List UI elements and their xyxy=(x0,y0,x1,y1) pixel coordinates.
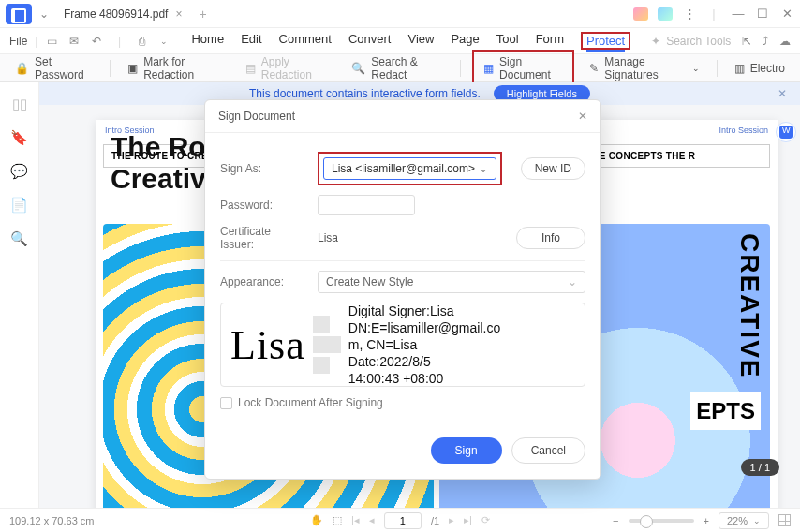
last-page-icon[interactable]: ▸| xyxy=(464,514,472,526)
set-password-button[interactable]: 🔒Set Password xyxy=(9,52,98,85)
password-input[interactable] xyxy=(318,195,415,215)
mail-icon[interactable]: ✉ xyxy=(67,35,81,48)
banner-close-icon[interactable]: ✕ xyxy=(778,87,787,100)
manage-signatures-button[interactable]: ✎Manage Signatures⌄ xyxy=(584,52,704,85)
sign-as-value: Lisa <lisamiller@gmail.com> xyxy=(332,162,475,175)
menu-home[interactable]: Home xyxy=(191,32,224,50)
electronic-label: Electro xyxy=(750,62,785,75)
close-window-button[interactable]: ✕ xyxy=(779,7,794,21)
cert-issuer-value: Lisa xyxy=(318,231,505,244)
signature-icon: ▦ xyxy=(483,62,494,75)
zoom-select[interactable]: 22%⌄ xyxy=(719,512,769,529)
sig-meta-signer: Digital Signer:Lisa xyxy=(348,303,500,319)
select-tool-icon[interactable]: ⬚ xyxy=(333,514,342,526)
info-button[interactable]: Info xyxy=(516,227,585,249)
attachments-icon[interactable]: 📄 xyxy=(10,197,28,214)
dialog-title: Sign Document xyxy=(218,110,295,123)
certificate-icon: ▥ xyxy=(734,62,745,75)
menu-convert[interactable]: Convert xyxy=(348,32,392,50)
document-tab[interactable]: Frame 48096914.pdf × xyxy=(54,4,191,24)
view-mode-icon[interactable] xyxy=(778,514,791,526)
bookmark-icon[interactable]: 🔖 xyxy=(10,129,28,146)
lock-label: Lock Document After Signing xyxy=(238,396,383,409)
save-icon[interactable]: ▭ xyxy=(45,35,58,48)
divider: | xyxy=(706,7,721,21)
theme-icon[interactable] xyxy=(658,7,673,21)
thumbnails-icon[interactable]: ▯▯ xyxy=(12,96,27,112)
close-tab-icon[interactable]: × xyxy=(175,7,182,21)
menu-page[interactable]: Page xyxy=(451,32,479,50)
lock-checkbox[interactable]: Lock Document After Signing xyxy=(220,396,585,409)
sign-as-select[interactable]: Lisa <lisamiller@gmail.com> ⌄ xyxy=(323,157,496,180)
pen-icon: ✎ xyxy=(589,62,599,75)
cert-issuer-label: Certificate Issuer: xyxy=(220,225,306,251)
sig-meta-dn2: m, CN=Lisa xyxy=(348,336,500,353)
chevron-down-icon: ⌄ xyxy=(692,64,700,73)
page-badge: 1 / 1 xyxy=(741,459,779,476)
minimize-button[interactable]: — xyxy=(731,7,746,21)
word-export-badge[interactable] xyxy=(776,122,796,142)
prev-page-icon[interactable]: ◂ xyxy=(369,514,375,526)
divider: | xyxy=(112,35,126,48)
open-external-icon[interactable]: ⇱ xyxy=(742,35,751,48)
highlight-box-signas: Lisa <lisamiller@gmail.com> ⌄ xyxy=(318,152,502,185)
print-caret-icon[interactable]: ⌄ xyxy=(157,37,170,46)
zoom-slider[interactable] xyxy=(629,519,694,523)
menu-edit[interactable]: Edit xyxy=(241,32,261,50)
cancel-button[interactable]: Cancel xyxy=(511,437,585,464)
sign-button[interactable]: Sign xyxy=(431,437,502,464)
accent-icon xyxy=(633,7,648,21)
tab-title: Frame 48096914.pdf xyxy=(64,7,168,21)
undo-icon[interactable]: ↶ xyxy=(90,35,103,48)
dialog-close-icon[interactable]: ✕ xyxy=(578,110,587,123)
share-icon[interactable]: ⤴ xyxy=(763,35,768,48)
highlight-box-protect: Protect xyxy=(581,32,630,50)
menu-view[interactable]: View xyxy=(407,32,434,50)
search-redact-button[interactable]: 🔍Search & Redact xyxy=(346,52,449,85)
first-page-icon[interactable]: |◂ xyxy=(351,514,360,526)
comments-icon[interactable]: 💬 xyxy=(10,163,28,180)
banner-message: This document contains interactive form … xyxy=(249,87,481,100)
menu-protect[interactable]: Protect xyxy=(586,34,625,52)
hand-tool-icon[interactable]: ✋ xyxy=(310,514,323,526)
tab-chevron-icon: ⌄ xyxy=(39,7,49,21)
password-label: Password: xyxy=(220,199,306,212)
divider: | xyxy=(35,35,37,48)
menu-form[interactable]: Form xyxy=(536,32,564,50)
chevron-down-icon: ⌄ xyxy=(753,516,761,525)
separator xyxy=(460,60,461,77)
new-id-button[interactable]: New ID xyxy=(521,157,585,180)
electronic-button[interactable]: ▥Electro xyxy=(729,58,791,79)
next-page-icon[interactable]: ▸ xyxy=(449,514,454,526)
signature-name: Lisa xyxy=(230,321,305,369)
search-redact-label: Search & Redact xyxy=(371,55,443,81)
mark-redaction-button[interactable]: ▣Mark for Redaction xyxy=(122,52,230,85)
zoom-in-icon[interactable]: + xyxy=(704,515,709,526)
tile-caption: EPTS xyxy=(696,398,755,423)
cloud-icon[interactable]: ☁ xyxy=(779,35,791,48)
sig-meta-time: 14:00:43 +08:00 xyxy=(348,370,500,387)
file-menu[interactable]: File xyxy=(9,35,27,48)
highlight-box-sign: ▦Sign Document xyxy=(472,50,574,87)
apply-redact-icon: ▤ xyxy=(245,62,256,75)
new-tab-button[interactable]: + xyxy=(199,7,206,22)
menu-tool[interactable]: Tool xyxy=(496,32,519,50)
cursor-coords: 109.12 x 70.63 cm xyxy=(9,515,95,526)
search-tools[interactable]: ✦ Search Tools xyxy=(651,35,731,48)
checkbox-icon xyxy=(220,397,232,409)
menu-comment[interactable]: Comment xyxy=(279,32,332,50)
print-icon[interactable]: ⎙ xyxy=(135,35,148,48)
zoom-out-icon[interactable]: − xyxy=(613,515,618,526)
page-total: /1 xyxy=(431,515,439,526)
appearance-select[interactable]: Create New Style ⌄ xyxy=(318,271,585,293)
sign-as-label: Sign As: xyxy=(220,162,306,175)
sign-document-label: Sign Document xyxy=(499,55,563,81)
rotate-icon[interactable]: ⟳ xyxy=(481,514,490,526)
kebab-menu-icon[interactable]: ⋮ xyxy=(682,7,697,21)
sign-document-button[interactable]: ▦Sign Document xyxy=(478,52,569,85)
maximize-button[interactable]: ☐ xyxy=(755,7,770,21)
manage-signatures-label: Manage Signatures xyxy=(604,55,686,81)
search-panel-icon[interactable]: 🔍 xyxy=(10,230,28,247)
zoom-value: 22% xyxy=(727,515,748,526)
page-input[interactable] xyxy=(384,512,422,529)
